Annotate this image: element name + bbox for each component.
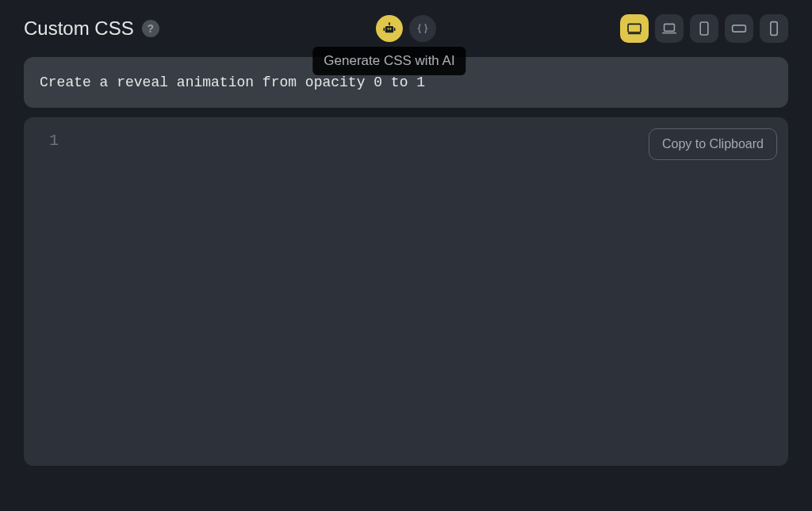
phone-landscape-icon — [731, 23, 747, 34]
phone-landscape-device-button[interactable] — [725, 14, 753, 43]
center-mode-buttons: Generate CSS with AI — [376, 15, 436, 42]
svg-rect-5 — [384, 28, 385, 31]
svg-rect-11 — [700, 22, 708, 35]
tablet-icon — [698, 21, 710, 36]
robot-icon — [382, 21, 396, 36]
braces-icon — [416, 22, 429, 35]
svg-rect-12 — [733, 25, 746, 32]
svg-rect-13 — [771, 22, 777, 36]
svg-rect-6 — [394, 28, 396, 31]
page-title: Custom CSS — [24, 17, 134, 40]
svg-rect-7 — [628, 24, 641, 32]
header: Custom CSS ? Generate CSS with AI — [0, 0, 812, 57]
line-number: 1 — [24, 132, 63, 150]
svg-rect-9 — [665, 24, 675, 31]
svg-rect-2 — [390, 28, 392, 29]
ai-generate-button[interactable] — [376, 15, 403, 42]
code-editor[interactable]: 1 Copy to Clipboard — [24, 117, 788, 466]
help-icon[interactable]: ? — [142, 20, 159, 37]
tablet-device-button[interactable] — [690, 14, 718, 43]
phone-device-button[interactable] — [760, 14, 788, 43]
laptop-icon — [661, 22, 677, 35]
phone-icon — [768, 21, 779, 36]
gutter: 1 — [24, 117, 63, 466]
code-body[interactable] — [63, 117, 788, 466]
ai-prompt-input[interactable] — [40, 74, 772, 90]
desktop-device-button[interactable] — [620, 14, 649, 43]
help-glyph: ? — [147, 22, 154, 35]
copy-clipboard-button[interactable]: Copy to Clipboard — [649, 128, 777, 160]
svg-rect-1 — [388, 28, 389, 29]
device-buttons — [620, 14, 788, 43]
ai-tooltip: Generate CSS with AI — [312, 47, 465, 75]
svg-rect-0 — [385, 26, 394, 32]
title-group: Custom CSS ? — [24, 17, 159, 40]
svg-point-4 — [389, 22, 390, 24]
content-area: 1 Copy to Clipboard — [0, 57, 812, 466]
ai-button-wrapper: Generate CSS with AI — [376, 15, 403, 42]
laptop-device-button[interactable] — [655, 14, 684, 43]
tooltip-text: Generate CSS with AI — [324, 53, 454, 68]
code-mode-button[interactable] — [409, 15, 436, 42]
desktop-icon — [626, 22, 642, 35]
